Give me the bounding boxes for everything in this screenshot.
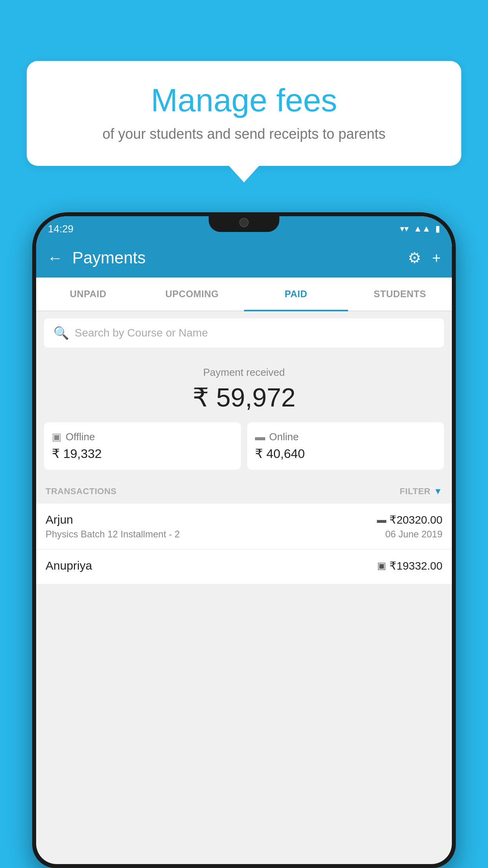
online-amount: ₹ 40,640 bbox=[255, 446, 436, 461]
payment-received-label: Payment received bbox=[44, 366, 444, 379]
tab-unpaid[interactable]: UNPAID bbox=[36, 278, 140, 311]
online-icon: ▬ bbox=[255, 431, 265, 443]
online-card: ▬ Online ₹ 40,640 bbox=[247, 422, 444, 470]
status-icons: ▾▾ ▲▲ ▮ bbox=[400, 224, 440, 234]
settings-icon[interactable]: ⚙ bbox=[408, 249, 421, 267]
offline-amount: ₹ 19,332 bbox=[52, 446, 233, 461]
signal-icon: ▲▲ bbox=[413, 224, 431, 234]
payment-total-amount: ₹ 59,972 bbox=[44, 383, 444, 413]
battery-icon: ▮ bbox=[435, 224, 440, 234]
tab-students[interactable]: STUDENTS bbox=[348, 278, 452, 311]
transactions-label: TRANSACTIONS bbox=[46, 486, 117, 497]
filter-button[interactable]: FILTER ▼ bbox=[400, 486, 442, 497]
transaction-amount: ₹20320.00 bbox=[389, 513, 442, 526]
transaction-amount-row: ▬ ₹20320.00 bbox=[377, 513, 442, 526]
offline-card: ▣ Offline ₹ 19,332 bbox=[44, 422, 241, 470]
offline-label: Offline bbox=[66, 431, 95, 443]
payment-type-icon: ▬ bbox=[377, 514, 386, 525]
back-button[interactable]: ← bbox=[47, 250, 63, 266]
search-bar[interactable]: 🔍 Search by Course or Name bbox=[44, 318, 444, 348]
phone-notch bbox=[209, 212, 279, 232]
transaction-amount: ₹19332.00 bbox=[389, 559, 442, 572]
search-placeholder: Search by Course or Name bbox=[75, 327, 208, 339]
transaction-item[interactable]: Anupriya ▣ ₹19332.00 bbox=[36, 550, 452, 585]
phone-screen: 14:29 ▾▾ ▲▲ ▮ ← Payments ⚙ + UNPAID UPCO… bbox=[36, 216, 452, 864]
offline-card-header: ▣ Offline bbox=[52, 431, 233, 443]
transaction-amount-row: ▣ ₹19332.00 bbox=[377, 559, 442, 572]
search-icon: 🔍 bbox=[53, 326, 69, 340]
transaction-row1: Arjun ▬ ₹20320.00 bbox=[46, 513, 442, 526]
app-bar-title: Payments bbox=[72, 248, 398, 267]
transaction-name: Arjun bbox=[46, 513, 73, 526]
tabs-container: UNPAID UPCOMING PAID STUDENTS bbox=[36, 278, 452, 311]
phone-frame: 14:29 ▾▾ ▲▲ ▮ ← Payments ⚙ + UNPAID UPCO… bbox=[32, 212, 456, 868]
payment-received-section: Payment received ₹ 59,972 bbox=[36, 355, 452, 422]
online-label: Online bbox=[269, 431, 299, 443]
app-bar-actions: ⚙ + bbox=[408, 249, 441, 267]
status-time: 14:29 bbox=[48, 223, 73, 235]
app-bar: ← Payments ⚙ + bbox=[36, 238, 452, 278]
tab-paid[interactable]: PAID bbox=[244, 278, 348, 311]
bubble-title: Manage fees bbox=[50, 83, 438, 118]
tab-upcoming[interactable]: UPCOMING bbox=[140, 278, 244, 311]
online-card-header: ▬ Online bbox=[255, 431, 436, 443]
transaction-course: Physics Batch 12 Installment - 2 bbox=[46, 529, 180, 540]
filter-label: FILTER bbox=[400, 486, 430, 497]
wifi-icon: ▾▾ bbox=[400, 224, 409, 234]
filter-icon: ▼ bbox=[434, 486, 442, 497]
transaction-row2: Physics Batch 12 Installment - 2 06 June… bbox=[46, 529, 442, 540]
transaction-row1: Anupriya ▣ ₹19332.00 bbox=[46, 559, 442, 572]
phone-camera bbox=[239, 218, 249, 227]
offline-icon: ▣ bbox=[52, 431, 62, 443]
payment-cards: ▣ Offline ₹ 19,332 ▬ Online ₹ 40,640 bbox=[36, 422, 452, 479]
speech-bubble: Manage fees of your students and send re… bbox=[27, 61, 461, 166]
transactions-header: TRANSACTIONS FILTER ▼ bbox=[36, 479, 452, 504]
transaction-date: 06 June 2019 bbox=[385, 529, 442, 540]
bubble-subtitle: of your students and send receipts to pa… bbox=[50, 126, 438, 142]
transaction-name: Anupriya bbox=[46, 559, 92, 572]
transaction-item[interactable]: Arjun ▬ ₹20320.00 Physics Batch 12 Insta… bbox=[36, 504, 452, 550]
add-icon[interactable]: + bbox=[432, 250, 441, 267]
payment-type-icon: ▣ bbox=[377, 560, 386, 571]
